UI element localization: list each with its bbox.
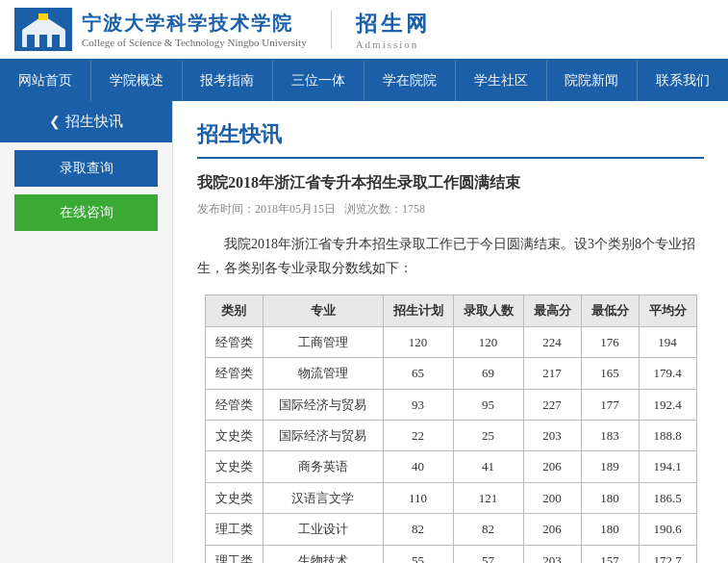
article-title: 我院2018年浙江省专升本招生录取工作圆满结束	[197, 173, 704, 193]
table-cell: 经管类	[205, 326, 263, 357]
table-row: 理工类生物技术5557203157172.7	[205, 545, 696, 563]
table-cell: 文史类	[205, 451, 263, 482]
table-cell: 82	[383, 514, 453, 545]
table-cell: 120	[383, 326, 453, 357]
nav-guide[interactable]: 报考指南	[183, 61, 274, 101]
table-row: 理工类工业设计8282206180190.6	[205, 514, 696, 545]
table-cell: 物流管理	[263, 358, 383, 389]
table-cell: 国际经济与贸易	[263, 389, 383, 420]
table-cell: 227	[523, 389, 581, 420]
nav-about[interactable]: 学院概述	[91, 61, 183, 101]
table-cell: 203	[523, 545, 581, 563]
table-cell: 206	[523, 514, 581, 545]
table-cell: 157	[581, 545, 639, 563]
table-cell: 文史类	[205, 482, 263, 513]
table-cell: 180	[581, 514, 639, 545]
meta-date: 发布时间：2018年05月15日	[197, 202, 336, 216]
nav-news[interactable]: 院院新闻	[547, 61, 639, 101]
lookup-button[interactable]: 录取查询	[14, 150, 158, 187]
main-layout: ❮ 招生快讯 录取查询 在线咨询 招生快讯 我院2018年浙江省专升本招生录取工…	[0, 101, 728, 563]
col-major: 专业	[263, 295, 383, 326]
intro-paragraph: 我院2018年浙江省专升本招生录取工作已于今日圆满结束。设3个类别8个专业招生，…	[197, 232, 704, 280]
table-cell: 汉语言文学	[263, 482, 383, 513]
sidebar-title: 招生快讯	[65, 113, 123, 131]
table-row: 经管类国际经济与贸易9395227177192.4	[205, 389, 696, 420]
svg-rect-6	[38, 13, 48, 20]
col-admitted: 录取人数	[453, 295, 523, 326]
table-cell: 理工类	[205, 514, 263, 545]
table-cell: 165	[581, 358, 639, 389]
table-cell: 工业设计	[263, 514, 383, 545]
section-title: 招生快讯	[197, 120, 704, 159]
table-cell: 194	[639, 326, 696, 357]
table-cell: 55	[383, 545, 453, 563]
nav-contact[interactable]: 联系我们	[638, 61, 728, 101]
table-cell: 65	[383, 358, 453, 389]
admission-area: 招生网 Admission	[356, 10, 431, 50]
table-row: 经管类工商管理120120224176194	[205, 326, 696, 357]
meta-views: 浏览次数：1758	[344, 202, 425, 216]
logo-main-title: 宁波大学科学技术学院	[82, 11, 307, 37]
nav-home[interactable]: 网站首页	[0, 61, 91, 101]
table-cell: 商务英语	[263, 451, 383, 482]
chevron-left-icon[interactable]: ❮	[49, 114, 61, 130]
table-cell: 82	[453, 514, 523, 545]
main-content: 招生快讯 我院2018年浙江省专升本招生录取工作圆满结束 发布时间：2018年0…	[173, 101, 728, 563]
table-row: 经管类物流管理6569217165179.4	[205, 358, 696, 389]
admission-title: 招生网	[356, 10, 431, 38]
table-cell: 理工类	[205, 545, 263, 563]
table-cell: 224	[523, 326, 581, 357]
svg-rect-2	[27, 35, 35, 47]
table-cell: 200	[523, 482, 581, 513]
nav-community[interactable]: 学生社区	[456, 61, 547, 101]
article-body: 我院2018年浙江省专升本招生录取工作已于今日圆满结束。设3个类别8个专业招生，…	[197, 232, 704, 563]
sidebar: ❮ 招生快讯 录取查询 在线咨询	[0, 101, 173, 563]
table-cell: 217	[523, 358, 581, 389]
table-cell: 57	[453, 545, 523, 563]
table-cell: 190.6	[639, 514, 696, 545]
table-cell: 25	[453, 420, 523, 450]
svg-rect-3	[39, 35, 47, 47]
article-meta: 发布时间：2018年05月15日 浏览次数：1758	[197, 201, 704, 218]
table-cell: 189	[581, 451, 639, 482]
nav-three-in-one[interactable]: 三位一体	[273, 61, 364, 101]
header-divider	[331, 11, 332, 49]
table-cell: 203	[523, 420, 581, 450]
table-cell: 22	[383, 420, 453, 450]
table-cell: 文史类	[205, 420, 263, 450]
scores-table: 类别 专业 招生计划 录取人数 最高分 最低分 平均分 经管类工商管理12012…	[205, 294, 697, 563]
table-cell: 110	[383, 482, 453, 513]
col-average: 平均分	[639, 295, 696, 326]
col-lowest: 最低分	[581, 295, 639, 326]
table-cell: 192.4	[639, 389, 696, 420]
table-cell: 186.5	[639, 482, 696, 513]
table-cell: 93	[383, 389, 453, 420]
table-cell: 183	[581, 420, 639, 450]
main-nav: 网站首页 学院概述 报考指南 三位一体 学在院院 学生社区 院院新闻 联系我们	[0, 61, 728, 101]
sidebar-header: ❮ 招生快讯	[0, 101, 172, 142]
table-cell: 95	[453, 389, 523, 420]
table-cell: 172.7	[639, 545, 696, 563]
logo-icon	[14, 8, 72, 51]
admission-en: Admission	[356, 38, 431, 50]
table-row: 文史类汉语言文学110121200180186.5	[205, 482, 696, 513]
logo-subtitle: College of Science & Technology Ningbo U…	[82, 37, 307, 48]
table-row: 文史类商务英语4041206189194.1	[205, 451, 696, 482]
table-cell: 177	[581, 389, 639, 420]
table-cell: 工商管理	[263, 326, 383, 357]
table-row: 文史类国际经济与贸易2225203183188.8	[205, 420, 696, 450]
table-cell: 179.4	[639, 358, 696, 389]
table-cell: 生物技术	[263, 545, 383, 563]
consult-button[interactable]: 在线咨询	[14, 194, 158, 231]
svg-rect-4	[52, 35, 60, 47]
table-cell: 69	[453, 358, 523, 389]
table-cell: 188.8	[639, 420, 696, 450]
table-cell: 194.1	[639, 451, 696, 482]
col-plan: 招生计划	[383, 295, 453, 326]
table-cell: 206	[523, 451, 581, 482]
logo-text-area: 宁波大学科学技术学院 College of Science & Technolo…	[82, 11, 307, 48]
nav-learning[interactable]: 学在院院	[364, 61, 456, 101]
table-cell: 180	[581, 482, 639, 513]
table-cell: 国际经济与贸易	[263, 420, 383, 450]
table-cell: 经管类	[205, 358, 263, 389]
